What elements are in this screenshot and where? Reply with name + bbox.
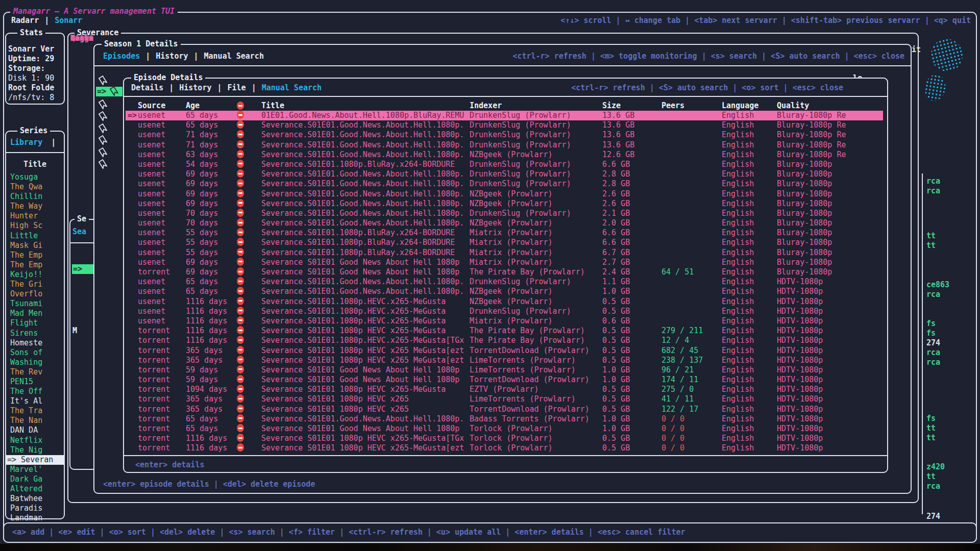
cell-quality: HDTV-1080p [777,316,823,326]
search-result-row[interactable]: torrent 1116 days Severance S01E01 1080p… [0,434,980,443]
search-result-row[interactable]: torrent 365 days Severance S01E01 1080p … [0,356,980,365]
search-result-row[interactable]: torrent 365 days Severance S01E01 1080p … [0,394,980,404]
search-result-row[interactable]: torrent 1116 days Severance S01E01 1080p… [0,443,980,453]
series-list-item[interactable]: Batwhee [6,494,64,504]
col-size[interactable]: Size [602,101,621,111]
search-result-row[interactable]: usenet 65 days Severance.S01E01.Good.New… [0,287,980,296]
episode-tab[interactable]: History [163,83,211,92]
rejected-icon [237,356,244,364]
col-peers[interactable]: Peers [662,101,684,111]
search-result-row[interactable]: usenet 69 days Severance.S01E01.Good.New… [0,169,980,179]
rejected-icon [237,307,244,315]
cell-age: 365 days [186,346,223,356]
cell-quality: HDTV-1080p [777,424,823,434]
cell-source: torrent [138,336,170,345]
series-list-item[interactable]: Marvel' [6,465,64,474]
season-tab[interactable]: Episodes [103,52,140,61]
cell-source: torrent [138,443,170,453]
cell-age: 55 days [186,238,218,247]
cell-title: Severance.S01E01.Good.News.About.Hell.10… [261,179,464,189]
search-result-row[interactable]: usenet 1116 days Severance.S01E01.1080p.… [0,307,980,316]
search-result-row[interactable]: usenet 63 days Severance.S01E01.Good.New… [0,150,980,160]
search-result-row[interactable]: usenet 1116 days Severance.S01E01.1080p.… [0,297,980,307]
rejected-icon [237,111,244,119]
search-result-row[interactable]: torrent 1116 days Severance S01E01 1080p… [0,326,980,336]
series-list-item[interactable]: Landman [6,513,64,523]
episodes-selected-row-fragment[interactable]: => [96,87,122,96]
cell-quality: HDTV-1080p [777,443,823,453]
servarr-tab[interactable]: Radarr [11,16,39,25]
search-result-row[interactable]: torrent 1116 days Severance.S01E01.1080p… [0,336,980,345]
search-result-row[interactable]: torrent 365 days Severance S01E01 1080p … [0,346,980,356]
series-list-item[interactable]: Dark Ga [6,474,64,484]
search-result-row[interactable]: usenet 69 days Severance.S01E01.Good.New… [0,199,980,209]
cell-title: Severance.S01E01.Good.News.About.Hell.10… [261,189,464,199]
cell-peers: 12 / 4 [662,336,689,345]
cell-language: English [722,434,754,443]
stats-line: Root Folde [8,83,63,93]
cell-peers: 0 / 0 [662,434,684,443]
cell-quality: HDTV-1080p [777,414,823,424]
cell-size: 1.0 GB [602,424,630,434]
series-list-item[interactable]: Altered [6,484,64,494]
cell-quality: Bluray-1080p Re [777,120,846,130]
episode-tab[interactable]: File [211,83,246,92]
occluded-text-fragment: tt [926,472,936,482]
search-result-row[interactable]: torrent 59 days Severance S01E01 Good Ne… [0,375,980,385]
search-result-row[interactable]: torrent 65 days Severance.S01E01.Good.Ne… [0,414,980,424]
col-title[interactable]: Title [261,101,284,111]
search-result-row[interactable]: usenet 65 days Severance.S01E01.Good.New… [0,120,980,130]
cell-age: 1116 days [186,434,227,443]
series-list-item[interactable]: Paradis [6,504,64,513]
col-age[interactable]: Age [186,101,200,111]
search-result-row[interactable]: usenet 71 days Severance.S01E01.Good.New… [0,130,980,140]
season-tab[interactable]: Manual Search [188,52,264,61]
cell-title: Severance S01E01 1080p HEVC x265-MeGusta [261,385,446,394]
servarr-tab[interactable]: Sonarr [39,16,82,25]
cell-indexer: DrunkenSlug (Prowlarr) [470,130,571,140]
search-result-row[interactable]: torrent 365 days Severance S01E01 1080p … [0,405,980,414]
rejected-icon [237,346,244,354]
col-indexer[interactable]: Indexer [470,101,502,111]
series-list-item[interactable]: => Severan [6,455,64,465]
cell-language: English [722,365,754,375]
search-result-row[interactable]: usenet 55 days Severance.S01E01.1080p.Bl… [0,248,980,258]
search-result-row[interactable]: torrent 1094 days Severance S01E01 1080p… [0,385,980,394]
col-quality[interactable]: Quality [777,101,809,111]
cell-title: 01E01.Good.News.About.Hell.1080p.BluRay.… [261,111,464,120]
cell-indexer: NZBgeek (Prowlarr) [470,199,553,209]
col-language[interactable]: Language [722,101,758,111]
col-source[interactable]: Source [138,101,165,111]
search-result-row[interactable]: usenet 55 days Severance.S01E01.1080p.Bl… [0,228,980,238]
search-result-row[interactable]: usenet 69 days Severance.S01E01.Good.New… [0,179,980,189]
search-result-row[interactable]: usenet 70 days Severance.S01E01.Good.New… [0,218,980,228]
episode-tab[interactable]: Manual Search [246,83,322,92]
cell-source: usenet [138,316,165,326]
cell-language: English [722,326,754,336]
search-result-row[interactable]: usenet 54 days Severance.S01E01.1080p.Bl… [0,160,980,169]
season-tab[interactable]: History [140,52,188,61]
cell-indexer: Torlock (Prowlarr) [470,434,553,443]
search-result-row[interactable]: usenet 71 days Severance.S01E01.Good.New… [0,140,980,150]
search-result-row[interactable]: usenet 1116 days Severance.S01E01.1080p.… [0,316,980,326]
search-result-row[interactable]: torrent 65 days Severance S01E01 Good Ne… [0,424,980,434]
cell-peers: 0 / 0 [662,414,684,424]
cell-age: 59 days [186,375,218,385]
search-result-row[interactable]: torrent 59 days Severance S01E01 Good Ne… [0,365,980,375]
search-result-row[interactable]: usenet 65 days Severance.S01E01.Good.New… [0,277,980,287]
cell-quality: HDTV-1080p [777,277,823,287]
cell-title: Severance.S01E01.Good.News.About.Hell.10… [261,287,464,296]
monitored-bookmark-icon[interactable] [100,76,108,86]
search-result-row[interactable]: usenet 69 days Severance S01E01 Good New… [0,258,980,267]
cell-title: Severance.S01E01.Good.News.About.Hell.10… [261,150,464,160]
episode-tab[interactable]: Details [131,83,163,92]
search-result-row[interactable]: usenet 55 days Severance.S01E01.1080p.Bl… [0,238,980,247]
cell-language: English [722,287,754,296]
search-result-row[interactable]: torrent 69 days Severance S01E01 Good Ne… [0,267,980,277]
cell-indexer: TorrentDownload (Prowlarr) [470,375,590,385]
search-result-row[interactable]: usenet 70 days Severance.S01E01.Good.New… [0,209,980,218]
cell-language: English [722,111,754,120]
search-result-row[interactable]: usenet 69 days Severance.S01E01.Good.New… [0,189,980,199]
search-result-row[interactable]: => usenet 65 days 01E01.Good.News.About.… [0,111,980,120]
cell-indexer: TorrentDownload (Prowlarr) [470,346,590,356]
